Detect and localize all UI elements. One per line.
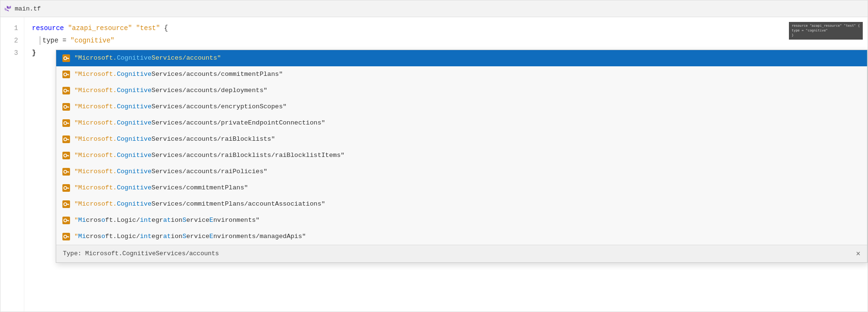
item-icon-10 <box>62 216 71 225</box>
item-text-2: "Microsoft.CognitiveServices/accounts/de… <box>74 84 267 97</box>
item-icon-0 <box>62 54 71 62</box>
svg-rect-24 <box>69 123 69 125</box>
autocomplete-item-0[interactable]: "Microsoft.CognitiveServices/accounts" <box>56 50 867 66</box>
line-number-1: 1 <box>0 22 18 34</box>
item-text-0: "Microsoft.CognitiveServices/accounts" <box>74 52 221 65</box>
item-text-9: "Microsoft.CognitiveServices/commitmentP… <box>74 198 325 211</box>
item-icon-5 <box>62 135 71 144</box>
item-icon-11 <box>62 232 71 241</box>
autocomplete-item-9[interactable]: "Microsoft.CognitiveServices/commitmentP… <box>56 196 867 212</box>
close-button[interactable]: × <box>856 248 860 260</box>
line-number-2: 2 <box>0 34 18 47</box>
item-text-10: "Microsoft.Logic/integrationServiceEnvir… <box>74 214 260 227</box>
string-azapi-resource: "azapi_resource" <box>68 22 132 34</box>
item-text-5: "Microsoft.CognitiveServices/accounts/ra… <box>74 133 275 146</box>
item-icon-3 <box>62 103 71 111</box>
autocomplete-footer: Type: Microsoft.CognitiveServices/accoun… <box>56 245 867 262</box>
svg-rect-39 <box>69 172 69 173</box>
item-text-8: "Microsoft.CognitiveServices/commitmentP… <box>74 181 248 195</box>
item-icon-7 <box>62 167 71 176</box>
item-text-4: "Microsoft.CognitiveServices/accounts/pr… <box>74 116 325 130</box>
autocomplete-item-7[interactable]: "Microsoft.CognitiveServices/accounts/ra… <box>56 164 867 180</box>
item-text-1: "Microsoft.CognitiveServices/accounts/co… <box>74 68 283 81</box>
svg-rect-49 <box>69 204 69 206</box>
autocomplete-item-6[interactable]: "Microsoft.CognitiveServices/accounts/ra… <box>56 147 867 164</box>
svg-rect-19 <box>69 107 69 108</box>
tab-label: main.tf <box>15 5 41 12</box>
svg-rect-58 <box>68 237 69 238</box>
svg-rect-18 <box>68 107 69 108</box>
code-area: resource "azapi_resource" "test" { type … <box>0 17 868 312</box>
svg-rect-43 <box>68 188 69 189</box>
svg-rect-48 <box>68 204 69 205</box>
autocomplete-item-11[interactable]: "Microsoft.Logic/integrationServiceEnvir… <box>56 229 867 245</box>
autocomplete-item-2[interactable]: "Microsoft.CognitiveServices/accounts/de… <box>56 83 867 99</box>
svg-rect-23 <box>68 123 69 124</box>
code-line-2: type = "cognitive" <box>32 34 868 47</box>
item-text-11: "Microsoft.Logic/integrationServiceEnvir… <box>74 230 306 243</box>
svg-rect-54 <box>69 220 69 222</box>
item-text-3: "Microsoft.CognitiveServices/accounts/en… <box>74 100 287 114</box>
closing-brace: } <box>32 47 36 59</box>
item-text-6: "Microsoft.CognitiveServices/accounts/ra… <box>74 149 344 162</box>
type-keyword: type <box>42 34 59 47</box>
autocomplete-item-4[interactable]: "Microsoft.CognitiveServices/accounts/pr… <box>56 115 867 131</box>
terraform-icon <box>4 5 12 12</box>
autocomplete-item-5[interactable]: "Microsoft.CognitiveServices/accounts/ra… <box>56 131 867 147</box>
code-line-1: resource "azapi_resource" "test" { <box>32 22 868 34</box>
item-icon-8 <box>62 184 71 192</box>
svg-rect-9 <box>69 74 69 76</box>
editor-container: main.tf resource "azapi_resource" "test"… <box>0 0 868 312</box>
keyword-resource: resource <box>32 22 64 34</box>
item-icon-2 <box>62 86 71 95</box>
autocomplete-item-1[interactable]: "Microsoft.CognitiveServices/accounts/co… <box>56 66 867 83</box>
svg-rect-4 <box>69 58 69 60</box>
item-icon-6 <box>62 151 71 160</box>
svg-rect-29 <box>69 139 69 141</box>
string-cognitive: "cognitive" <box>71 34 114 47</box>
svg-rect-28 <box>68 139 69 140</box>
svg-rect-59 <box>69 237 69 238</box>
autocomplete-dropdown[interactable]: "Microsoft.CognitiveServices/accounts" <box>56 50 868 263</box>
svg-rect-53 <box>68 220 69 221</box>
string-test: "test" <box>136 22 160 34</box>
svg-rect-34 <box>69 156 69 157</box>
svg-rect-14 <box>69 91 69 92</box>
svg-rect-3 <box>68 58 69 59</box>
item-icon-4 <box>62 119 71 127</box>
line-numbers: 1 2 3 <box>0 17 24 312</box>
footer-type-label: Type: <box>63 250 81 257</box>
indent-guide <box>40 36 40 45</box>
svg-rect-8 <box>68 74 69 75</box>
footer-type-info: Type: Microsoft.CognitiveServices/accoun… <box>63 248 219 260</box>
key-icon <box>62 54 70 62</box>
item-text-7: "Microsoft.CognitiveServices/accounts/ra… <box>74 165 267 178</box>
svg-rect-44 <box>69 188 69 189</box>
autocomplete-item-3[interactable]: "Microsoft.CognitiveServices/accounts/en… <box>56 99 867 115</box>
item-icon-9 <box>62 200 71 208</box>
svg-rect-13 <box>68 91 69 92</box>
svg-rect-38 <box>68 172 69 173</box>
svg-rect-33 <box>68 156 69 156</box>
item-icon-1 <box>62 70 71 79</box>
footer-type-value: Microsoft.CognitiveServices/accounts <box>85 250 219 257</box>
autocomplete-item-10[interactable]: "Microsoft.Logic/integrationServiceEnvir… <box>56 212 867 229</box>
tab-bar: main.tf <box>0 0 868 17</box>
line-number-3: 3 <box>0 47 18 59</box>
code-content: resource "azapi_resource" "test" { type … <box>24 17 868 312</box>
autocomplete-item-8[interactable]: "Microsoft.CognitiveServices/commitmentP… <box>56 180 867 196</box>
